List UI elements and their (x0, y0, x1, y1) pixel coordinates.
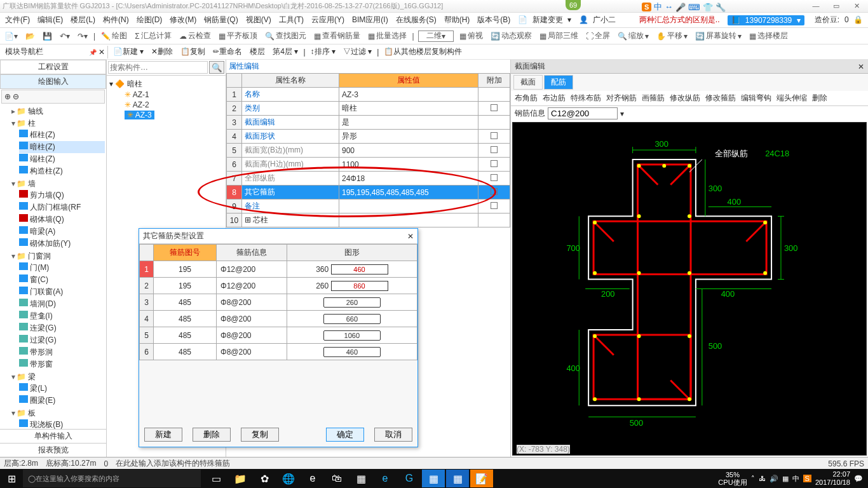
tray-net-icon[interactable]: 🖧 (759, 475, 766, 482)
menu-file[interactable]: 文件(F) (3, 15, 32, 25)
tray-vol-icon[interactable]: 🔊 (770, 475, 778, 483)
menu-modify[interactable]: 修改(M) (167, 15, 199, 25)
tip-link[interactable]: 两种汇总方式的区别是.. (637, 15, 722, 25)
tab-section[interactable]: 截面 (513, 75, 543, 90)
cloud-check-button[interactable]: ☁ 云检查 (177, 30, 213, 41)
pan-button[interactable]: ✋ 平移 ▾ (654, 30, 689, 41)
dialog-cancel-button[interactable]: 取消 (374, 428, 412, 442)
view-mode-select[interactable]: 二维 ▾ (418, 30, 454, 42)
pin-icon[interactable] (89, 48, 97, 57)
tray-ime[interactable]: 中 (792, 474, 799, 484)
undo-icon[interactable]: ↶▾ (58, 32, 72, 41)
maximize-button[interactable]: ▭ (827, 2, 845, 10)
rename-button[interactable]: ✏重命名 (210, 46, 245, 57)
sort-button[interactable]: ↕排序 ▾ (308, 46, 338, 57)
ie-icon[interactable]: e (374, 470, 397, 487)
level-top-button[interactable]: ▦ 平齐板顶 (217, 30, 259, 41)
select-floor-button[interactable]: ▦ 选择楼层 (747, 30, 790, 41)
draw-button[interactable]: ✏️绘图 (99, 30, 129, 41)
edge-icon[interactable]: e (301, 470, 324, 487)
tray-notifications-icon[interactable]: 💬 (854, 475, 863, 483)
tool-align[interactable]: 对齐钢筋 (606, 93, 637, 104)
component-tree[interactable]: ▾ 🔶 暗柱 ✳ AZ-1 ✳ AZ-2 ✳ AZ-3 (107, 76, 226, 123)
dialog-new-button[interactable]: 新建 (144, 428, 182, 442)
nav-report-preview[interactable]: 报表预览 (0, 443, 106, 457)
orbit-button[interactable]: 🔄 动态观察 (489, 30, 534, 41)
menu-cloud[interactable]: 云应用(Y) (309, 15, 347, 25)
rebar-info-input[interactable] (548, 107, 618, 119)
copy-button[interactable]: 📋复制 (178, 46, 208, 57)
delete-button[interactable]: ✕删除 (149, 46, 175, 57)
start-button[interactable]: ⊞ (0, 473, 23, 485)
dialog-delete-button[interactable]: 删除 (193, 428, 231, 442)
tray-icon[interactable]: ▦ (782, 475, 789, 483)
tool-edit-long[interactable]: 修改纵筋 (670, 93, 700, 104)
dialog-copy-button[interactable]: 复制 (241, 428, 279, 442)
menu-tool[interactable]: 工具(T) (276, 15, 306, 25)
new-change-button[interactable]: 📄 新建变更 ▾ (515, 15, 574, 25)
ime-tool-icon[interactable]: 🔧 (715, 3, 726, 12)
nav-section-draw[interactable]: 绘图输入 (0, 74, 106, 89)
sogou-badge[interactable]: S (642, 3, 651, 11)
save-icon[interactable]: 💾 (41, 32, 54, 41)
property-table[interactable]: 属性名称属性值附加 1名称AZ-3 2类别暗柱 3截面编辑是 4截面形状异形 5… (226, 73, 510, 227)
nav-single-input[interactable]: 单构件输入 (0, 429, 106, 443)
menu-edit[interactable]: 编辑(E) (35, 15, 65, 25)
phone-badge[interactable]: 📘 13907298339 ▾ (728, 15, 804, 25)
app-icon[interactable]: ▦ (446, 470, 469, 487)
tray-clock[interactable]: 22:072017/10/18 (815, 470, 850, 487)
menu-view[interactable]: 视图(V) (243, 15, 274, 25)
search-button[interactable]: 🔍 (209, 61, 224, 74)
minimize-button[interactable]: — (807, 2, 825, 10)
ime-mic-icon[interactable]: 🎤 (675, 3, 686, 12)
open-icon[interactable]: 📂 (24, 32, 37, 41)
top-view-button[interactable]: ▦ 俯视 (458, 30, 485, 41)
tab-rebar[interactable]: 配筋 (544, 75, 573, 90)
nav-tree[interactable]: ▸📁 轴线 ▾📁 柱 框柱(Z) 暗柱(Z) 端柱(Z) 构造柱(Z) ▾📁 墙… (0, 104, 106, 429)
view-rebar-button[interactable]: ▦ 查看钢筋量 (312, 30, 362, 41)
local-3d-button[interactable]: ▦ 局部三维 (538, 30, 580, 41)
app-icon[interactable]: 📁 (229, 470, 252, 487)
find-elem-button[interactable]: 🔍 查找图元 (263, 30, 308, 41)
filter-button[interactable]: ▽过滤 ▾ (341, 46, 374, 57)
notification-badge[interactable]: 69 (566, 0, 581, 10)
new-button[interactable]: 📄新建 ▾ (111, 46, 146, 57)
section-close-icon[interactable]: ✕ (858, 62, 864, 71)
tool-draw-stirrup[interactable]: 画箍筋 (642, 93, 665, 104)
tool-end-stretch[interactable]: 端头伸缩 (776, 93, 807, 104)
tool-special[interactable]: 特殊布筋 (571, 93, 601, 104)
batch-select-button[interactable]: ▦ 批量选择 (366, 30, 409, 41)
nav-section-project[interactable]: 工程设置 (0, 60, 106, 74)
tool-edit-hook[interactable]: 编辑弯钩 (741, 93, 771, 104)
tool-corner[interactable]: 布角筋 (515, 93, 538, 104)
search-input[interactable] (108, 61, 208, 74)
tool-edge[interactable]: 布边筋 (543, 93, 566, 104)
app-icon[interactable]: ✿ (253, 470, 276, 487)
dialog-ok-button[interactable]: 确定 (326, 428, 364, 442)
app-icon[interactable]: 🌐 (277, 470, 300, 487)
close-button[interactable]: ✕ (848, 2, 865, 10)
stirrup-table[interactable]: 箍筋图号箍筋信息图形 1195Φ12@200360 460 2195Φ12@20… (139, 244, 417, 360)
store-icon[interactable]: 🛍 (325, 470, 348, 487)
ime-lang[interactable]: 中 ↔ (654, 1, 673, 13)
menu-bim[interactable]: BIM应用(I) (349, 15, 391, 25)
dialog-close-icon[interactable]: ✕ (407, 232, 414, 241)
tool-delete[interactable]: 删除 (812, 93, 827, 104)
sum-button[interactable]: Σ 汇总计算 (133, 30, 173, 41)
menu-help[interactable]: 帮助(H) (442, 15, 473, 25)
menu-floor[interactable]: 楼层(L) (68, 15, 98, 25)
menu-component[interactable]: 构件(N) (100, 15, 132, 25)
tool-edit-stirrup[interactable]: 修改箍筋 (705, 93, 736, 104)
user-label[interactable]: 👤 广小二 (576, 15, 621, 25)
menu-draw[interactable]: 绘图(D) (134, 15, 165, 25)
app-icon[interactable]: ▦ (422, 470, 445, 487)
floor-select[interactable]: 第4层 ▾ (270, 46, 301, 57)
fullscreen-button[interactable]: ⛶ 全屏 (584, 30, 612, 41)
app-icon[interactable]: ▦ (349, 470, 372, 487)
zoom-button[interactable]: 🔍 缩放 ▾ (616, 30, 651, 41)
tray-sogou[interactable]: S (803, 475, 811, 482)
app-icon[interactable]: G (398, 470, 421, 487)
tray-up-icon[interactable]: ˄ (751, 475, 755, 483)
app-icon[interactable]: 📝 (470, 470, 493, 487)
new-doc-icon[interactable]: 📄▾ (3, 32, 20, 41)
